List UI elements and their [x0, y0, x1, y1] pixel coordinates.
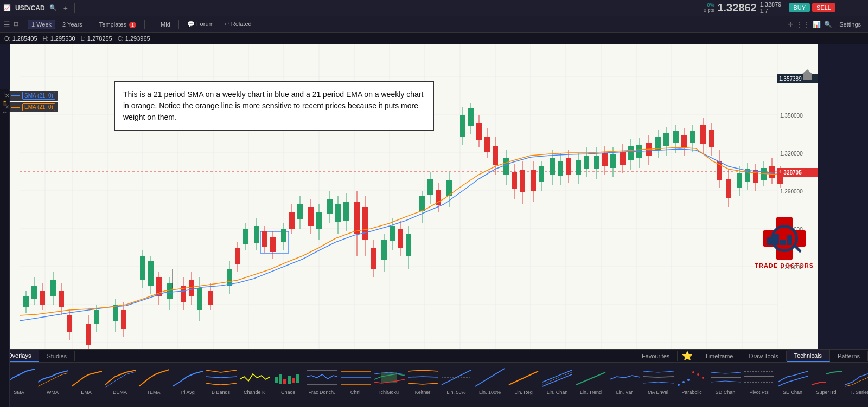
sidebar-toggle[interactable]: ☰	[3, 20, 10, 29]
indicator-ichimoku[interactable]: IchiMoku	[372, 365, 406, 396]
svg-point-271	[697, 373, 699, 376]
svg-rect-210	[700, 125, 706, 144]
svg-rect-222	[753, 170, 758, 183]
svg-rect-247	[340, 366, 371, 389]
indicator-sechan[interactable]: SE Chan	[776, 365, 809, 396]
svg-text:1.320000: 1.320000	[780, 151, 803, 157]
svg-point-268	[682, 381, 685, 383]
timeframe-tab[interactable]: Timeframe	[697, 351, 741, 361]
sell-button[interactable]: SELL	[812, 3, 835, 12]
svg-rect-146	[406, 234, 411, 256]
svg-rect-241	[279, 374, 282, 384]
indicator-tema[interactable]: TEMA	[137, 365, 170, 396]
sma-color	[11, 95, 20, 96]
star-icon[interactable]: ⭐	[678, 348, 697, 363]
indicator-bbands[interactable]: B Bands	[204, 365, 238, 396]
layout-icon[interactable]: ⊞	[14, 21, 18, 28]
svg-rect-87	[121, 310, 126, 329]
svg-rect-89	[140, 256, 145, 280]
svg-rect-150	[427, 179, 433, 195]
annotation-box: This is a 21 period SMA on a weekly char…	[114, 81, 434, 131]
indicator-linreg[interactable]: Lin. Reg	[507, 365, 540, 396]
svg-rect-182	[576, 160, 581, 175]
mid-button[interactable]: — Mid	[149, 20, 174, 29]
svg-point-270	[692, 371, 694, 373]
symbol-label[interactable]: USD/CAD	[15, 4, 45, 12]
buy-button[interactable]: BUY	[789, 3, 810, 12]
technicals-tab[interactable]: Technicals	[787, 350, 830, 362]
svg-rect-77	[59, 291, 64, 307]
forum-button[interactable]: 💬 Forum	[183, 19, 218, 29]
svg-rect-118	[281, 229, 286, 242]
indicator-parabolic[interactable]: Parabolic	[675, 365, 709, 396]
indicator-sdchan[interactable]: SD Chan	[709, 365, 742, 396]
svg-rect-192	[620, 152, 626, 165]
svg-rect-79	[67, 315, 72, 332]
bottom-panel: Overlays Studies Favourites ⭐ Timeframe …	[0, 349, 868, 407]
divider	[74, 3, 75, 13]
patterns-tab[interactable]: Patterns	[830, 351, 868, 361]
studies-tab[interactable]: Studies	[39, 351, 75, 361]
ema-remove[interactable]: ✕	[5, 104, 9, 110]
ema-color	[11, 107, 20, 108]
svg-rect-126	[316, 212, 322, 229]
svg-rect-124	[308, 207, 314, 226]
indicator-chnl[interactable]: Chnl	[339, 365, 372, 396]
indicator-keltner[interactable]: Keltner	[406, 365, 439, 396]
svg-rect-142	[390, 226, 395, 241]
indicator-triavg[interactable]: Tri Avg	[170, 365, 204, 396]
indicator-dema[interactable]: DEMA	[103, 365, 137, 396]
favourites-tab[interactable]: Favourites	[634, 351, 678, 361]
indicator-lin100[interactable]: Lin. 100%	[473, 365, 507, 396]
svg-rect-188	[602, 153, 608, 166]
svg-rect-116	[270, 237, 276, 252]
indicator-linvar[interactable]: Lin. Var	[608, 365, 641, 396]
draw-tools-tab[interactable]: Draw Tools	[741, 351, 786, 361]
add-tab-button[interactable]: +	[61, 4, 70, 12]
indicator-strip: SMA WMA EMA	[0, 363, 868, 407]
indicator-ema[interactable]: EMA	[69, 365, 103, 396]
price-spread: 1.7	[760, 8, 782, 14]
sma-legend: ✕ SMA (21, 0)	[2, 91, 58, 101]
ema-label[interactable]: EMA (21, 0)	[22, 103, 55, 111]
svg-rect-134	[354, 202, 360, 234]
svg-rect-218	[737, 173, 742, 188]
svg-rect-176	[550, 158, 555, 175]
timeframe-button[interactable]: 1 Week	[28, 20, 55, 29]
svg-rect-280	[844, 366, 868, 389]
grid-icon[interactable]: ⋮⋮	[796, 21, 809, 28]
indicator-lintrend[interactable]: Lin. Trend	[574, 365, 608, 396]
low-label: L: 1.278255	[81, 35, 112, 42]
indicator-fracdonch[interactable]: Frac Donch.	[305, 365, 339, 396]
sma-label[interactable]: SMA (21, 0)	[22, 92, 55, 100]
svg-rect-101	[197, 288, 202, 310]
settings-button[interactable]: Settings	[835, 20, 865, 29]
indicator-linchan[interactable]: Lin. Chan	[540, 365, 574, 396]
svg-rect-170	[520, 170, 525, 192]
svg-rect-244	[292, 378, 295, 383]
indicator-pivotpts[interactable]: Pivot Pts	[742, 365, 776, 396]
svg-rect-160	[476, 123, 482, 140]
svg-rect-114	[262, 231, 267, 247]
related-button[interactable]: ↩ Related	[221, 19, 256, 29]
sma-remove[interactable]: ✕	[5, 93, 9, 99]
templates-button[interactable]: Templates 1	[95, 20, 140, 29]
indicator-maenvel[interactable]: MA Envel	[641, 365, 675, 396]
indicator-tseries[interactable]: T. Series	[843, 365, 868, 396]
annotation-text: This is a 21 period SMA on a weekly char…	[123, 90, 423, 121]
search-icon[interactable]: 🔍	[49, 4, 57, 11]
indicator-chandek[interactable]: Chande K	[238, 365, 271, 396]
indicator-lin50[interactable]: Lin. 50%	[439, 365, 473, 396]
open-label: O: 1.285405	[4, 35, 37, 42]
period-button[interactable]: 2 Years	[59, 20, 86, 29]
svg-rect-178	[558, 161, 563, 176]
indicator-chaos[interactable]: Chaos	[271, 365, 305, 396]
chart-type-icon[interactable]: 📊	[813, 21, 821, 28]
svg-rect-91	[148, 261, 154, 286]
indicator-wma[interactable]: WMA	[36, 365, 69, 396]
zoom-icon[interactable]: 🔍	[824, 21, 832, 28]
svg-rect-186	[594, 156, 599, 169]
indicator-supertrd[interactable]: SuperTrd	[809, 365, 843, 396]
crosshair-icon[interactable]: ✛	[788, 21, 793, 28]
sep2	[91, 20, 91, 29]
